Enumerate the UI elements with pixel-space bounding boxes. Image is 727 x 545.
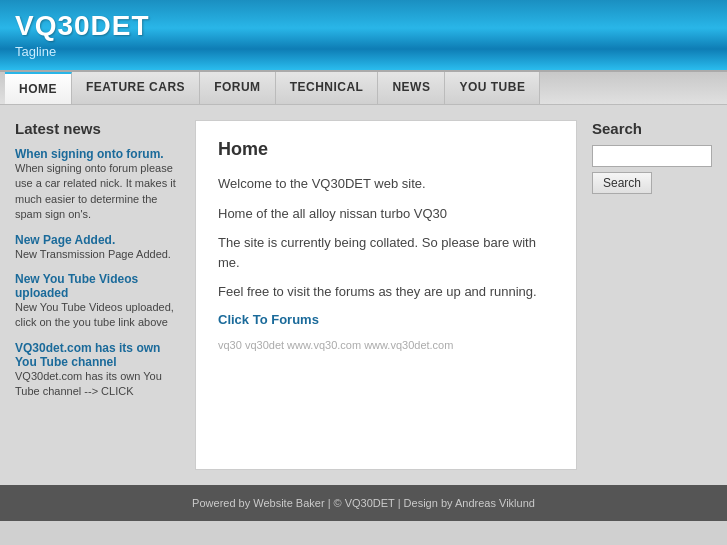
news-item-title: New Page Added. xyxy=(15,233,180,247)
news-item: New Page Added.New Transmission Page Add… xyxy=(15,233,180,262)
nav-item-forum[interactable]: FORUM xyxy=(200,72,276,104)
news-items: When signing onto forum.When signing ont… xyxy=(15,147,180,400)
click-to-forums-link[interactable]: Click To Forums xyxy=(218,312,554,327)
content-paragraphs: Welcome to the VQ30DET web site.Home of … xyxy=(218,174,554,302)
content-heading: Home xyxy=(218,139,554,160)
footer-text: Powered by Website Baker | © VQ30DET | D… xyxy=(192,497,535,509)
news-item-body: New Transmission Page Added. xyxy=(15,247,180,262)
news-item-title: VQ30det.com has its own You Tube channel xyxy=(15,341,180,369)
search-title: Search xyxy=(592,120,712,137)
content-paragraph: Welcome to the VQ30DET web site. xyxy=(218,174,554,194)
latest-news-title: Latest news xyxy=(15,120,180,137)
main-wrapper: Latest news When signing onto forum.When… xyxy=(0,105,727,485)
news-item-body: New You Tube Videos uploaded, click on t… xyxy=(15,300,180,331)
main-nav: HOMEFEATURE CARSFORUMTECHNICALNEWSYOU TU… xyxy=(0,70,727,105)
content-paragraph: The site is currently being collated. So… xyxy=(218,233,554,272)
nav-item-technical[interactable]: TECHNICAL xyxy=(276,72,379,104)
site-footer: Powered by Website Baker | © VQ30DET | D… xyxy=(0,485,727,521)
site-header: VQ30DET Tagline xyxy=(0,0,727,70)
sidebar-left: Latest news When signing onto forum.When… xyxy=(15,120,180,470)
content-paragraph: Home of the all alloy nissan turbo VQ30 xyxy=(218,204,554,224)
content-tags: vq30 vq30det www.vq30.com www.vq30det.co… xyxy=(218,339,554,351)
news-item-title: New You Tube Videos uploaded xyxy=(15,272,180,300)
nav-item-news[interactable]: NEWS xyxy=(378,72,445,104)
nav-item-home[interactable]: HOME xyxy=(5,72,72,104)
news-item: New You Tube Videos uploadedNew You Tube… xyxy=(15,272,180,331)
news-item-title: When signing onto forum. xyxy=(15,147,180,161)
nav-item-you-tube[interactable]: YOU TUBE xyxy=(445,72,540,104)
site-title: VQ30DET xyxy=(15,10,712,42)
news-item: When signing onto forum.When signing ont… xyxy=(15,147,180,223)
news-item: VQ30det.com has its own You Tube channel… xyxy=(15,341,180,400)
nav-item-feature-cars[interactable]: FEATURE CARS xyxy=(72,72,200,104)
news-item-body: VQ30det.com has its own You Tube channel… xyxy=(15,369,180,400)
main-content: Home Welcome to the VQ30DET web site.Hom… xyxy=(195,120,577,470)
search-input[interactable] xyxy=(592,145,712,167)
news-item-body: When signing onto forum please use a car… xyxy=(15,161,180,223)
search-button[interactable]: Search xyxy=(592,172,652,194)
sidebar-right: Search Search xyxy=(592,120,712,470)
site-tagline: Tagline xyxy=(15,44,712,59)
content-paragraph: Feel free to visit the forums as they ar… xyxy=(218,282,554,302)
